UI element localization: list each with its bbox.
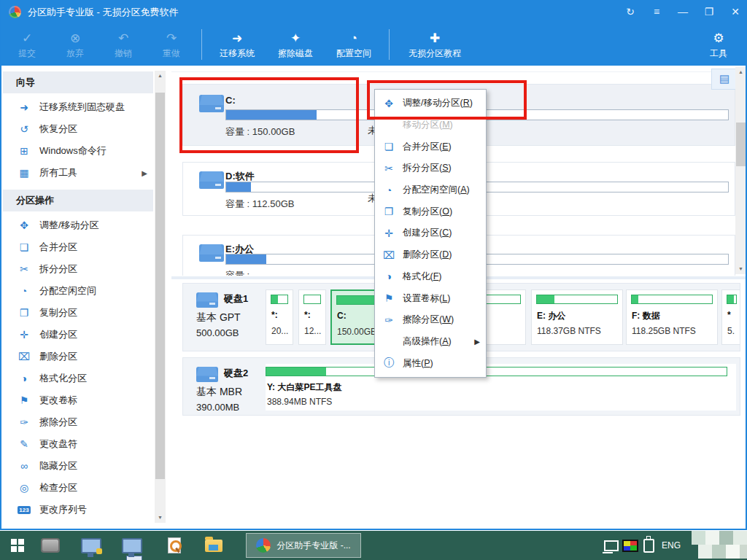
menu-item-properties[interactable]: ⓘ 属性(P): [375, 352, 486, 374]
sidebar-item-change-label[interactable]: ⚑ 更改卷标: [1, 389, 155, 411]
sidebar-item-label: 更改盘符: [39, 438, 77, 451]
scrollbar-thumb[interactable]: [736, 122, 746, 166]
corner-mosaic: [740, 545, 747, 559]
sidebar-item-change-serial[interactable]: 123 更改序列号: [1, 499, 155, 521]
partition-block[interactable]: *: 12...: [298, 289, 326, 345]
taskbar-app-keyboard[interactable]: [120, 531, 144, 560]
minimize-button[interactable]: —: [676, 6, 690, 18]
block-label: Y: 大白菜PE工具盘: [267, 381, 341, 394]
block-label: *:: [271, 310, 278, 320]
usage-bar: [303, 295, 321, 304]
list-panel-top-edge: [171, 67, 735, 72]
sidebar-item-hide[interactable]: ∞ 隐藏分区: [1, 455, 155, 477]
commit-button[interactable]: ✓ 提交: [6, 26, 48, 63]
refresh-icon[interactable]: ↻: [623, 6, 638, 18]
tray-network[interactable]: [601, 531, 622, 560]
tools-button[interactable]: ⚙ 工具: [697, 26, 740, 63]
sidebar-item-partition-align[interactable]: ≣ 分区对齐: [1, 521, 155, 525]
sidebar-item-delete[interactable]: ⌧ 删除分区: [1, 346, 155, 368]
taskbar-app-explorer[interactable]: [201, 531, 226, 560]
scroll-up-icon[interactable]: ▲: [155, 71, 166, 81]
tutorial-button[interactable]: ✚ 无损分区教程: [398, 26, 471, 63]
menu-item-split[interactable]: ✂ 拆分分区(S): [375, 158, 486, 179]
redo-icon: ↷: [166, 30, 177, 47]
magnifier-icon: ◎: [18, 482, 31, 494]
partition-block[interactable]: * 5.: [721, 289, 740, 345]
block-size: 118.25GB NTFS: [632, 326, 696, 336]
menu-item-format[interactable]: ◑ 格式化(F): [375, 266, 486, 288]
discard-button[interactable]: ⊗ 放弃: [54, 26, 96, 63]
sidebar-item-resize-move[interactable]: ✥ 调整/移动分区: [1, 214, 155, 236]
maximize-button[interactable]: ❐: [702, 6, 716, 18]
menu-item-resize-move[interactable]: ✥ 调整/移动分区(R): [375, 93, 486, 114]
scroll-up-icon[interactable]: ▲: [735, 67, 746, 77]
menu-item-advanced[interactable]: 高级操作(A) ▶: [375, 331, 486, 353]
redo-button[interactable]: ↷ 重做: [150, 26, 193, 63]
tray-language[interactable]: ENG: [657, 531, 686, 560]
sidebar-item-create[interactable]: ✛ 创建分区: [1, 324, 155, 346]
sidebar-item-recover-partition[interactable]: ↺ 恢复分区: [1, 118, 155, 140]
block-size: 5.: [727, 326, 735, 336]
keyboard-monitor-icon: [122, 538, 142, 553]
block-label: F: 数据: [632, 310, 660, 322]
usage-bar: [631, 295, 713, 304]
drive-icon: [199, 244, 224, 262]
usage-bar: [271, 295, 288, 304]
scrollbar-thumb[interactable]: [155, 93, 165, 479]
partition-block-y[interactable]: Y: 大白菜PE工具盘 388.94MB NTFS: [266, 364, 736, 411]
list-scrollbar[interactable]: ▲ ▼: [735, 67, 746, 274]
sidebar-item-allocate-free-space[interactable]: ◔ 分配空闲空间: [1, 280, 155, 302]
menu-item-wipe[interactable]: ✑ 擦除分区(W): [375, 309, 486, 331]
format-icon: ◑: [18, 373, 31, 384]
tray-display[interactable]: [620, 531, 640, 560]
allocate-space-button[interactable]: ◔ 配置空间: [328, 26, 380, 63]
disk-size: 390.00MB: [196, 402, 239, 413]
taskbar-app-search-doc[interactable]: [162, 531, 187, 560]
sidebar-item-copy[interactable]: ❐ 复制分区: [1, 302, 155, 324]
wipe-disk-button[interactable]: ✦ 擦除磁盘: [269, 26, 322, 63]
tray-usb[interactable]: [639, 531, 658, 560]
sidebar-item-split[interactable]: ✂ 拆分分区: [1, 258, 155, 280]
sidebar-item-windows-cli[interactable]: ⊞ Windows命令行: [1, 140, 155, 162]
sidebar-item-label: 拆分分区: [39, 262, 77, 276]
drive-icon: [199, 95, 224, 112]
menu-icon[interactable]: ≡: [649, 6, 664, 18]
app-logo-icon: [256, 538, 271, 553]
sidebar-item-label: 合并分区: [39, 241, 77, 254]
sidebar-item-merge[interactable]: ❏ 合并分区: [1, 236, 155, 258]
menu-item-allocate-free-space[interactable]: ◔ 分配空闲空间(A): [375, 179, 486, 201]
taskbar-active-app[interactable]: 分区助手专业版 -...: [246, 533, 361, 558]
close-button[interactable]: ✕: [728, 6, 743, 18]
menu-item-merge[interactable]: ❏ 合并分区(E): [375, 136, 486, 158]
menu-item-copy[interactable]: ❐ 复制分区(O): [375, 201, 486, 222]
scroll-down-icon[interactable]: ▼: [735, 264, 746, 274]
scroll-down-icon[interactable]: ▼: [155, 513, 166, 523]
sidebar-item-label: 复制分区: [39, 306, 77, 319]
resize-move-icon: ✥: [375, 98, 403, 109]
taskbar-app-label: 分区助手专业版 -...: [276, 540, 350, 552]
partition-block[interactable]: *: 20...: [266, 289, 293, 345]
partition-block[interactable]: E: 办公 118.37GB NTFS: [531, 289, 623, 345]
undo-button[interactable]: ↶ 撤销: [102, 26, 144, 63]
sidebar-item-change-letter[interactable]: ✎ 更改盘符: [1, 433, 155, 455]
sidebar-scrollbar[interactable]: ▲ ▼: [155, 71, 166, 523]
start-button[interactable]: [6, 531, 29, 560]
sidebar-item-migrate-to-ssd[interactable]: ➜ 迁移系统到固态硬盘: [1, 96, 155, 118]
sidebar-item-format[interactable]: ◑ 格式化分区: [1, 368, 155, 389]
drive-icon: [196, 367, 218, 382]
sidebar-item-label: 更改卷标: [39, 394, 77, 407]
sidebar-item-check[interactable]: ◎ 检查分区: [1, 477, 155, 499]
pencil-icon: ✎: [18, 438, 31, 450]
corner-mosaic: [705, 531, 719, 545]
menu-item-delete[interactable]: ⌧ 删除分区(D): [375, 244, 486, 266]
view-toggle-icon[interactable]: ▤: [711, 69, 738, 90]
recover-icon: ↺: [18, 123, 31, 135]
migrate-os-button[interactable]: ➜ 迁移系统: [211, 26, 263, 63]
taskbar-app-monitor-lock[interactable]: [79, 531, 104, 560]
sidebar-item-all-tools[interactable]: ▦ 所有工具 ▶: [1, 162, 155, 184]
menu-item-create[interactable]: ✛ 创建分区(C): [375, 222, 486, 244]
partition-block[interactable]: F: 数据 118.25GB NTFS: [626, 289, 718, 345]
menu-item-set-label[interactable]: ⚑ 设置卷标(L): [375, 287, 486, 309]
sidebar-item-wipe[interactable]: ✑ 擦除分区: [1, 411, 155, 433]
taskbar-app-chip[interactable]: [38, 531, 63, 560]
